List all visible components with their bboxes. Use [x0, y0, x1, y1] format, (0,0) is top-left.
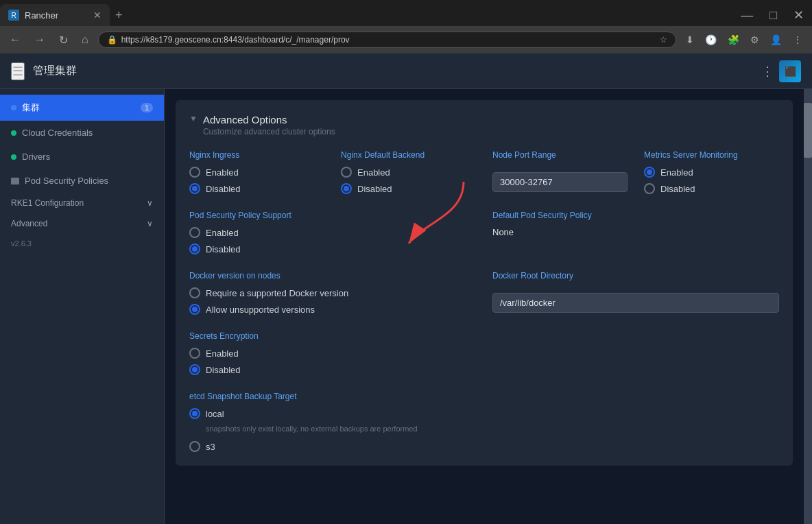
- metrics-enabled-radio[interactable]: [644, 167, 655, 178]
- metrics-enabled-radio-fill: [647, 169, 652, 175]
- backend-enabled-radio[interactable]: [341, 167, 352, 178]
- app-title: 管理集群: [33, 64, 77, 78]
- nginx-backend-label: Nginx Default Backend: [341, 150, 476, 160]
- refresh-button[interactable]: ↻: [55, 31, 72, 49]
- docker-version-group: Docker version on nodes Require a suppor…: [189, 271, 476, 315]
- settings-icon[interactable]: ⚙: [746, 32, 763, 48]
- etcd-s3-option[interactable]: s3: [189, 441, 779, 452]
- nginx-enabled-radio[interactable]: [189, 167, 200, 178]
- nginx-disabled-radio[interactable]: [189, 183, 200, 194]
- sidebar-item-clusters[interactable]: 集群 1: [0, 95, 164, 121]
- node-port-range-label: Node Port Range: [492, 150, 628, 160]
- etcd-local-option[interactable]: local: [189, 408, 779, 419]
- metrics-enabled-label: Enabled: [660, 167, 693, 178]
- etcd-local-radio[interactable]: [189, 408, 200, 419]
- nginx-ingress-radio-group: Enabled Disabled: [189, 167, 324, 194]
- sidebar-item-pod-security-policies[interactable]: Pod Security Policies: [0, 169, 164, 193]
- secrets-disabled-label: Disabled: [206, 365, 241, 375]
- tab-close-button[interactable]: ✕: [93, 10, 102, 21]
- sidebar-item-drivers-label: Drivers: [22, 152, 50, 162]
- rke1-section-label: RKE1 Configuration: [11, 198, 84, 208]
- tab-title: Rancher: [25, 10, 58, 21]
- psp-disabled-radio[interactable]: [189, 243, 200, 254]
- psp-disabled-radio-fill: [192, 246, 198, 252]
- psp-disabled-label: Disabled: [206, 244, 241, 254]
- etcd-local-radio-fill: [192, 411, 198, 416]
- docker-unsupported-radio-fill: [192, 307, 198, 312]
- secrets-enabled-label: Enabled: [206, 348, 239, 359]
- url-input[interactable]: 🔒 https://k8s179.geoscene.cn:8443/dashbo…: [98, 32, 676, 48]
- panel-collapse-icon[interactable]: ▼: [189, 114, 198, 123]
- nginx-enabled-option[interactable]: Enabled: [189, 167, 324, 178]
- metrics-enabled-option[interactable]: Enabled: [644, 167, 779, 178]
- psp-disabled-option[interactable]: Disabled: [189, 243, 476, 254]
- header-more-button[interactable]: ⋮: [761, 60, 774, 82]
- metrics-disabled-option[interactable]: Disabled: [644, 183, 779, 194]
- backend-disabled-option[interactable]: Disabled: [341, 183, 476, 194]
- nginx-disabled-option[interactable]: Disabled: [189, 183, 324, 194]
- profile-icon[interactable]: 👤: [766, 32, 786, 48]
- default-psp-label: Default Pod Security Policy: [492, 211, 779, 220]
- scrollbar-thumb[interactable]: [804, 103, 812, 158]
- advanced-expand-icon: ∨: [147, 219, 153, 228]
- sidebar-item-clusters-label: 集群: [22, 102, 40, 114]
- node-port-range-group: Node Port Range: [492, 150, 628, 194]
- docker-unsupported-radio[interactable]: [189, 304, 200, 315]
- metrics-server-group: Metrics Server Monitoring Enabled: [644, 150, 779, 194]
- download-icon[interactable]: ⬇: [682, 32, 698, 48]
- sidebar-section-advanced[interactable]: Advanced ∨: [0, 213, 164, 234]
- extensions-icon[interactable]: 🧩: [724, 32, 743, 48]
- scrollbar[interactable]: [804, 89, 812, 524]
- clusters-badge: 1: [141, 103, 153, 112]
- etcd-local-label: local: [206, 409, 224, 419]
- sidebar-section-rke1[interactable]: RKE1 Configuration ∨: [0, 193, 164, 213]
- back-button[interactable]: ←: [5, 31, 25, 49]
- secrets-enabled-option[interactable]: Enabled: [189, 348, 779, 359]
- form-row-1: Nginx Ingress Enabled: [189, 150, 779, 194]
- menu-toggle-button[interactable]: ☰: [11, 62, 25, 80]
- rancher-logo: ⬛: [779, 60, 801, 82]
- docker-unsupported-option[interactable]: Allow unsupported versions: [189, 304, 476, 315]
- sidebar-item-cloud-credentials[interactable]: Cloud Credentials: [0, 121, 164, 145]
- window-close-button[interactable]: ✕: [785, 5, 812, 25]
- new-tab-button[interactable]: +: [110, 8, 128, 23]
- cluster-dot-icon: [11, 105, 16, 110]
- sidebar-item-drivers[interactable]: Drivers: [0, 145, 164, 169]
- form-row-4: Secrets Encryption Enabled: [189, 331, 779, 375]
- pod-security-rect-icon: [11, 178, 19, 184]
- nginx-backend-radio-group: Enabled Disabled: [341, 167, 476, 194]
- browser-actions: ⬇ 🕐 🧩 ⚙ 👤 ⋮: [682, 32, 807, 48]
- secrets-disabled-option[interactable]: Disabled: [189, 364, 779, 375]
- node-port-range-input[interactable]: [492, 172, 628, 192]
- secrets-encryption-group: Secrets Encryption Enabled: [189, 331, 779, 375]
- docker-root-label: Docker Root Directory: [492, 271, 779, 281]
- backend-enabled-option[interactable]: Enabled: [341, 167, 476, 178]
- cloud-credentials-dot-icon: [11, 130, 16, 136]
- form-row-3: Docker version on nodes Require a suppor…: [189, 271, 779, 315]
- home-button[interactable]: ⌂: [77, 31, 93, 49]
- etcd-s3-radio[interactable]: [189, 441, 200, 452]
- app-header: ☰ 管理集群 ⋮ ⬛: [0, 53, 812, 89]
- bookmark-icon[interactable]: ☆: [660, 35, 667, 45]
- docker-supported-radio[interactable]: [189, 287, 200, 298]
- forward-button[interactable]: →: [30, 31, 49, 49]
- app-container: ☰ 管理集群 ⋮ ⬛ 集群 1 Cloud Credentials: [0, 53, 812, 524]
- docker-root-input[interactable]: [492, 293, 779, 313]
- secrets-disabled-radio[interactable]: [189, 364, 200, 375]
- docker-supported-option[interactable]: Require a supported Docker version: [189, 287, 476, 298]
- more-options-icon[interactable]: ⋮: [789, 32, 807, 48]
- metrics-disabled-radio[interactable]: [644, 183, 655, 194]
- backend-disabled-radio[interactable]: [341, 183, 352, 194]
- psp-enabled-radio[interactable]: [189, 227, 200, 238]
- history-icon[interactable]: 🕐: [701, 32, 721, 48]
- security-icon: 🔒: [107, 35, 117, 45]
- window-maximize-button[interactable]: □: [761, 5, 785, 25]
- browser-tab[interactable]: R Rancher ✕: [0, 4, 110, 26]
- rancher-favicon: R: [8, 10, 19, 21]
- metrics-server-radio-group: Enabled Disabled: [644, 167, 779, 194]
- main-layout: 集群 1 Cloud Credentials Drivers Pod Secur…: [0, 89, 812, 524]
- psp-enabled-option[interactable]: Enabled: [189, 227, 476, 238]
- window-minimize-button[interactable]: —: [732, 5, 761, 25]
- panel-header-text: Advanced Options Customize advanced clus…: [203, 114, 335, 136]
- secrets-enabled-radio[interactable]: [189, 348, 200, 359]
